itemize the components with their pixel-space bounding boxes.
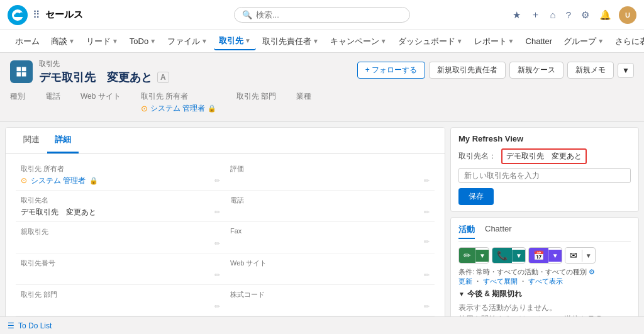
follow-button[interactable]: + フォローする	[357, 62, 425, 79]
show-all-link[interactable]: すべて表示	[528, 277, 563, 285]
tab-detail[interactable]: 詳細	[47, 128, 79, 153]
field-account-number: 取引先番号 ✏	[16, 253, 225, 285]
field-edit-icon[interactable]: ✏	[214, 303, 220, 311]
owner-link[interactable]: システム 管理者	[31, 175, 86, 186]
record-header: 取引先 デモ取引先 変更あと A + フォローする 新規取引先責任者 新規ケース…	[0, 53, 644, 122]
new-case-button[interactable]: 新規ケース	[509, 62, 564, 79]
log-call-button[interactable]: 📞	[492, 248, 512, 263]
field-ticker: 株式コード ✏	[225, 285, 435, 316]
new-task-dropdown[interactable]: ▼	[475, 250, 489, 262]
nav-dashboards[interactable]: ダッシュボード ▼	[393, 33, 468, 50]
nav-right-icons: ★ ＋ ⌂ ? ⚙ 🔔 U	[510, 6, 636, 24]
grid-icon[interactable]: ⠿	[33, 9, 40, 21]
email-dropdown[interactable]: ▼	[582, 250, 595, 262]
field-department: 取引先 部門 ✏	[16, 285, 225, 316]
field-edit-icon[interactable]: ✏	[424, 208, 430, 216]
nav-todo[interactable]: ToDo ▼	[125, 33, 161, 50]
field-edit-icon[interactable]: ✏	[214, 177, 220, 185]
nav-home[interactable]: ホーム	[10, 33, 45, 50]
app-name: セールス	[45, 9, 83, 21]
meta-owner: 取引先 所有者 ⊙ システム 管理者 🔒	[141, 91, 216, 114]
avatar[interactable]: U	[619, 6, 636, 24]
home-icon[interactable]: ⌂	[548, 8, 558, 21]
search-bar: 🔍	[234, 7, 410, 23]
search-input[interactable]	[256, 10, 402, 19]
field-edit-icon[interactable]: ✏	[424, 303, 430, 311]
list-icon: ☰	[8, 321, 14, 330]
update-link[interactable]: 更新	[458, 277, 472, 285]
actions-dropdown-button[interactable]: ▼	[618, 63, 634, 78]
setup-icon[interactable]: ⚙	[579, 8, 592, 22]
top-navigation: ⠿ セールス 🔍 ★ ＋ ⌂ ? ⚙ 🔔 U	[0, 0, 644, 30]
panel-tabs: 関連 詳細	[6, 128, 445, 154]
refresh-view-title: My Refresh View	[458, 134, 631, 143]
expand-all-link[interactable]: すべて展開	[483, 277, 518, 285]
nav-accounts[interactable]: 取引先 ▼	[214, 33, 256, 50]
log-call-dropdown[interactable]: ▼	[512, 250, 525, 262]
field-account-name: 取引先名 デモ取引先 変更あと ✏	[16, 191, 225, 222]
meta-website: Web サイト	[80, 91, 121, 114]
gear-filter-icon[interactable]: ⚙	[589, 268, 595, 276]
help-icon[interactable]: ?	[564, 8, 574, 21]
field-edit-icon[interactable]: ✏	[214, 208, 220, 216]
new-task-button[interactable]: ✏	[459, 248, 475, 263]
refresh-account-label: 取引先名：	[458, 151, 496, 162]
svg-rect-3	[17, 72, 21, 77]
new-contact-button[interactable]: 新規取引先責任者	[429, 62, 506, 79]
record-meta: 種別 電話 Web サイト 取引先 所有者 ⊙ システム 管理者 🔒 取引先 部…	[10, 91, 634, 114]
activity-panel: 活動 Chatter ✏ ▼ 📞 ▼ 📅 ▼	[450, 217, 639, 329]
new-account-name-input[interactable]	[458, 168, 631, 183]
refresh-view: My Refresh View 取引先名： デモ取引先 変更あと 保存	[450, 127, 639, 212]
field-owner: 取引先 所有者 ⊙ システム 管理者 🔒 ✏	[16, 159, 225, 191]
tab-chatter[interactable]: Chatter	[485, 224, 512, 239]
activity-tabs: 活動 Chatter	[458, 224, 631, 242]
refresh-account-row: 取引先名： デモ取引先 変更あと	[458, 148, 631, 164]
record-title: デモ取引先 変更あと A	[39, 70, 169, 85]
notification-icon[interactable]: 🔔	[597, 8, 614, 22]
field-edit-icon[interactable]: ✏	[214, 240, 220, 248]
nav-groups[interactable]: グループ ▼	[558, 33, 609, 50]
nav-campaigns[interactable]: キャンペーン ▼	[325, 33, 392, 50]
left-panel: 関連 詳細 取引先 所有者 ⊙ システム 管理者 🔒 ✏ 評価 ✏	[5, 127, 445, 329]
tab-related[interactable]: 関連	[16, 128, 47, 153]
owner-field-icon: ⊙	[21, 176, 27, 185]
meta-department: 取引先 部門	[236, 91, 276, 114]
svg-rect-4	[22, 72, 26, 77]
new-event-group: 📅 ▼	[528, 247, 562, 264]
salesforce-logo[interactable]	[8, 5, 28, 25]
chevron-down-icon: ▼	[458, 291, 465, 298]
nav-opportunities[interactable]: 商談 ▼	[46, 33, 80, 50]
add-icon[interactable]: ＋	[528, 8, 543, 22]
bottom-bar[interactable]: ☰ To Do List	[0, 316, 644, 334]
second-navigation: ホーム 商談 ▼ リード ▼ ToDo ▼ ファイル ▼ 取引先 ▼ 取引先責任…	[0, 30, 644, 53]
search-icon: 🔍	[242, 10, 252, 19]
new-event-dropdown[interactable]: ▼	[548, 250, 562, 262]
svg-rect-2	[22, 67, 26, 72]
nav-leads[interactable]: リード ▼	[81, 33, 123, 50]
tab-activity[interactable]: 活動	[458, 224, 475, 239]
field-edit-icon[interactable]: ✏	[214, 271, 220, 279]
record-edit-badge[interactable]: A	[157, 72, 169, 83]
svg-rect-1	[17, 67, 21, 72]
owner-lock-icon: 🔒	[89, 177, 98, 185]
new-memo-button[interactable]: 新規メモ	[567, 62, 614, 79]
save-button[interactable]: 保存	[458, 188, 494, 205]
meta-industry: 業種	[296, 91, 311, 114]
upcoming-section-title: ▼ 今後 & 期限切れ	[458, 289, 631, 299]
field-edit-icon[interactable]: ✏	[424, 238, 430, 246]
refresh-account-name: デモ取引先 変更あと	[501, 148, 587, 164]
new-event-button[interactable]: 📅	[529, 248, 548, 263]
record-type-label: 取引先	[39, 59, 169, 69]
field-edit-icon[interactable]: ✏	[424, 177, 430, 185]
nav-reports[interactable]: レポート ▼	[469, 33, 519, 50]
nav-files[interactable]: ファイル ▼	[162, 33, 213, 50]
email-group: ✉ ▼	[565, 247, 596, 264]
nav-chatter[interactable]: Chatter	[521, 33, 558, 50]
record-icon	[10, 60, 33, 83]
email-button[interactable]: ✉	[565, 248, 582, 263]
nav-contacts[interactable]: 取引先責任者 ▼	[257, 33, 324, 50]
field-edit-icon[interactable]: ✏	[424, 271, 430, 279]
star-icon[interactable]: ★	[510, 8, 523, 22]
right-panel: My Refresh View 取引先名： デモ取引先 変更あと 保存 活動 C…	[450, 127, 639, 329]
nav-more[interactable]: さらに表示 ▼	[610, 33, 644, 50]
